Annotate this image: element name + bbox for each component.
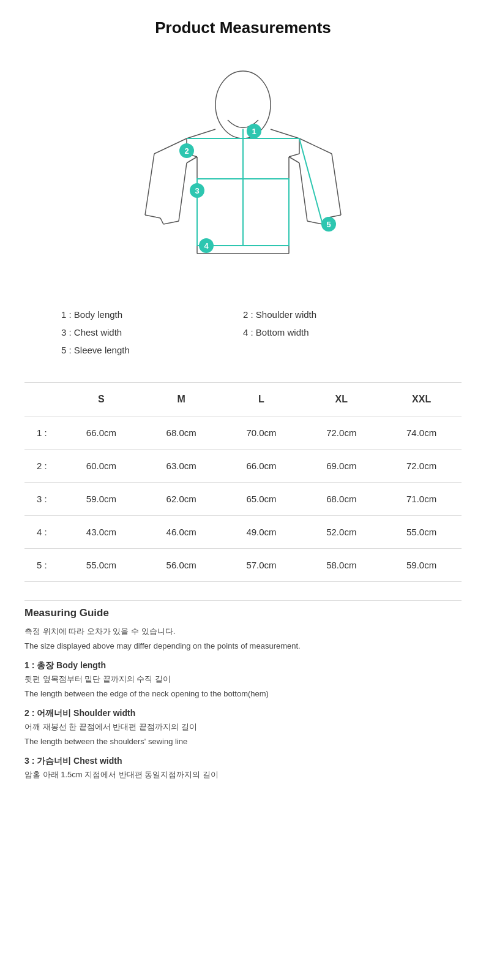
cell-5-4: 59.0cm xyxy=(381,549,462,582)
svg-text:1: 1 xyxy=(252,127,256,136)
cell-3-0: 59.0cm xyxy=(61,483,141,516)
col-header-l: L xyxy=(222,383,302,417)
cell-3-3: 68.0cm xyxy=(301,483,381,516)
table-row: 5 :55.0cm56.0cm57.0cm58.0cm59.0cm xyxy=(24,549,462,582)
cell-3-4: 71.0cm xyxy=(381,483,462,516)
svg-line-18 xyxy=(179,163,187,221)
legend-item-1: 1 : Body length xyxy=(61,307,243,322)
svg-line-1 xyxy=(187,129,215,138)
col-header-m: M xyxy=(141,383,222,417)
guide-section-korean-1: 뒷편 옆목점부터 밑단 끝까지의 수직 길이 xyxy=(24,673,462,685)
svg-line-31 xyxy=(299,138,323,224)
page-title: Product Measurements xyxy=(24,18,462,37)
svg-text:4: 4 xyxy=(204,241,209,251)
svg-line-17 xyxy=(163,221,179,224)
cell-2-3: 69.0cm xyxy=(301,450,381,483)
guide-section-2: 2 : 어깨너비 Shoulder width어깨 재봉선 한 끝점에서 반대편… xyxy=(24,708,462,747)
svg-line-26 xyxy=(289,157,299,163)
cell-1-0: 66.0cm xyxy=(61,417,141,450)
table-header-row: S M L XL XXL xyxy=(24,383,462,417)
measurements-table: S M L XL XXL 1 :66.0cm68.0cm70.0cm72.0cm… xyxy=(24,383,462,582)
cell-5-1: 56.0cm xyxy=(141,549,222,582)
svg-line-21 xyxy=(332,154,341,215)
cell-4-0: 43.0cm xyxy=(61,516,141,549)
table-row: 1 :66.0cm68.0cm70.0cm72.0cm74.0cm xyxy=(24,417,462,450)
svg-text:2: 2 xyxy=(184,146,189,156)
svg-line-20 xyxy=(299,138,332,154)
legend-item-2: 2 : Shoulder width xyxy=(243,307,425,322)
guide-section-title-3: 3 : 가슴너비 Chest width xyxy=(24,756,462,767)
cell-1-3: 72.0cm xyxy=(301,417,381,450)
table-row: 3 :59.0cm62.0cm65.0cm68.0cm71.0cm xyxy=(24,483,462,516)
col-header-label xyxy=(24,383,61,417)
cell-1-1: 68.0cm xyxy=(141,417,222,450)
cell-2-4: 72.0cm xyxy=(381,450,462,483)
row-label-1: 1 : xyxy=(24,417,61,450)
col-header-xl: XL xyxy=(301,383,381,417)
cell-5-2: 57.0cm xyxy=(222,549,302,582)
svg-line-7 xyxy=(289,154,299,157)
guide-section-korean-2: 어깨 재봉선 한 끝점에서 반대편 끝점까지의 길이 xyxy=(24,721,462,733)
cell-5-0: 55.0cm xyxy=(61,549,141,582)
cell-4-2: 49.0cm xyxy=(222,516,302,549)
legend: 1 : Body length 2 : Shoulder width 3 : C… xyxy=(24,301,462,364)
guide-section-english-2: The length between the shoulders' sewing… xyxy=(24,736,462,748)
page-container: Product Measurements xyxy=(0,0,486,808)
svg-line-15 xyxy=(145,215,160,218)
hoodie-diagram: 1 2 3 4 5 xyxy=(121,56,365,288)
row-label-5: 5 : xyxy=(24,549,61,582)
svg-text:3: 3 xyxy=(195,186,199,195)
svg-line-24 xyxy=(307,221,323,224)
cell-4-1: 46.0cm xyxy=(141,516,222,549)
cell-1-4: 74.0cm xyxy=(381,417,462,450)
cell-3-1: 62.0cm xyxy=(141,483,222,516)
guide-section-1: 1 : 총장 Body length뒷편 옆목점부터 밑단 끝까지의 수직 길이… xyxy=(24,660,462,699)
cell-5-3: 58.0cm xyxy=(301,549,381,582)
svg-point-0 xyxy=(215,71,271,138)
row-label-4: 4 : xyxy=(24,516,61,549)
cell-2-1: 63.0cm xyxy=(141,450,222,483)
col-header-xxl: XXL xyxy=(381,383,462,417)
cell-2-0: 60.0cm xyxy=(61,450,141,483)
col-header-s: S xyxy=(61,383,141,417)
guide-intro-korean: 측정 위치에 따라 오차가 있을 수 있습니다. xyxy=(24,625,462,638)
legend-item-3: 3 : Chest width xyxy=(61,325,243,340)
table-row: 2 :60.0cm63.0cm66.0cm69.0cm72.0cm xyxy=(24,450,462,483)
guide-section-3: 3 : 가슴너비 Chest width암홀 아래 1.5cm 지점에서 반대편… xyxy=(24,756,462,781)
svg-line-14 xyxy=(145,154,154,215)
svg-line-16 xyxy=(160,218,163,224)
legend-item-5: 5 : Sleeve length xyxy=(61,342,243,358)
guide-section-title-1: 1 : 총장 Body length xyxy=(24,660,462,671)
svg-line-25 xyxy=(299,163,307,221)
diagram-container: 1 2 3 4 5 xyxy=(24,56,462,288)
row-label-2: 2 : xyxy=(24,450,61,483)
legend-item-4: 4 : Bottom width xyxy=(243,325,425,340)
cell-1-2: 70.0cm xyxy=(222,417,302,450)
guide-section-title-2: 2 : 어깨너비 Shoulder width xyxy=(24,708,462,719)
cell-2-2: 66.0cm xyxy=(222,450,302,483)
svg-text:5: 5 xyxy=(326,220,331,229)
cell-4-4: 55.0cm xyxy=(381,516,462,549)
guide-intro-english: The size displayed above may differ depe… xyxy=(24,640,462,652)
guide-title: Measuring Guide xyxy=(24,607,462,619)
table-row: 4 :43.0cm46.0cm49.0cm52.0cm55.0cm xyxy=(24,516,462,549)
svg-line-2 xyxy=(271,129,299,138)
cell-3-2: 65.0cm xyxy=(222,483,302,516)
cell-4-3: 52.0cm xyxy=(301,516,381,549)
row-label-3: 3 : xyxy=(24,483,61,516)
guide-section-korean-3: 암홀 아래 1.5cm 지점에서 반대편 동일지점까지의 길이 xyxy=(24,769,462,781)
measuring-guide: Measuring Guide 측정 위치에 따라 오차가 있을 수 있습니다.… xyxy=(24,601,462,790)
guide-section-english-1: The length between the edge of the neck … xyxy=(24,688,462,700)
